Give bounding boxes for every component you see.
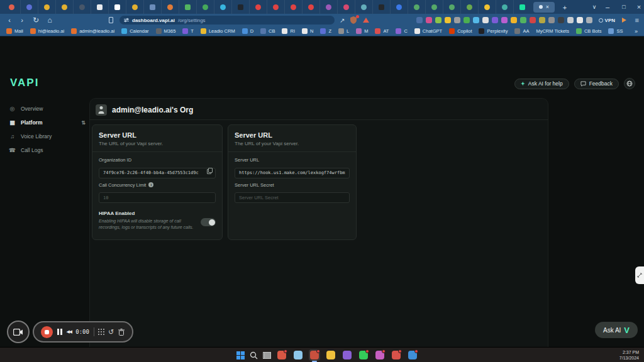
vpn-indicator[interactable]: VPN: [599, 14, 615, 26]
bookmark-page-icon[interactable]: [109, 17, 113, 23]
extension-icon[interactable]: [416, 17, 423, 23]
extension-icon[interactable]: [567, 17, 574, 23]
extension-icon[interactable]: [445, 17, 451, 23]
sidebar-item[interactable]: ♫ Voice Library: [9, 129, 86, 143]
browser-tab[interactable]: [337, 0, 355, 14]
bookmark-item[interactable]: hi@leadio.ai: [30, 28, 64, 34]
pause-button[interactable]: [57, 329, 62, 335]
extension-icon[interactable]: [464, 17, 470, 23]
language-globe-button[interactable]: [624, 78, 635, 89]
bookmark-item[interactable]: C: [396, 28, 407, 34]
browser-tab[interactable]: [20, 0, 38, 14]
browser-tab[interactable]: [284, 0, 302, 14]
bookmark-item[interactable]: L: [338, 28, 349, 34]
ask-ai-for-help-button[interactable]: Ask AI for help: [514, 79, 569, 89]
bookmark-item[interactable]: T: [182, 28, 194, 34]
extension-icon[interactable]: [577, 17, 583, 23]
browser-tab[interactable]: [196, 0, 214, 14]
trash-icon[interactable]: [118, 329, 125, 336]
active-tab[interactable]: ×: [533, 2, 555, 13]
browser-tab[interactable]: [214, 0, 231, 14]
extension-icon[interactable]: [482, 17, 489, 23]
sidebar-item[interactable]: ☎ Call Logs: [9, 143, 86, 157]
taskbar-app[interactable]: [391, 349, 402, 361]
browser-tab[interactable]: [73, 0, 91, 14]
window-close-button[interactable]: ×: [633, 0, 644, 14]
browser-tab[interactable]: [126, 0, 143, 14]
sidebar-item[interactable]: ◎ Overview: [9, 102, 86, 116]
extension-icon[interactable]: [435, 17, 441, 23]
extension-icon[interactable]: [492, 17, 498, 23]
browser-tab[interactable]: [443, 0, 460, 14]
browser-tab[interactable]: [302, 0, 319, 14]
extension-icon[interactable]: [539, 17, 545, 23]
adblock-shield-icon[interactable]: [350, 16, 358, 24]
flag-icon[interactable]: [622, 18, 626, 23]
bookmark-item[interactable]: N: [302, 28, 313, 34]
drag-handle-icon[interactable]: [101, 331, 102, 332]
bookmark-item[interactable]: Leadio CRM: [201, 28, 235, 34]
bookmark-item[interactable]: Copilot: [449, 28, 472, 34]
browser-tab[interactable]: [3, 0, 20, 14]
extension-alert-icon[interactable]: [363, 18, 369, 23]
extension-icon[interactable]: [501, 17, 508, 23]
bookmark-item[interactable]: Z: [320, 28, 331, 34]
tab-close-icon[interactable]: ×: [546, 4, 549, 10]
browser-tab[interactable]: [513, 0, 531, 14]
bookmark-item[interactable]: AT: [375, 28, 389, 34]
back-icon[interactable]: ‹: [4, 14, 15, 26]
browser-tab[interactable]: [143, 0, 161, 14]
browser-tab[interactable]: [478, 0, 496, 14]
taskbar-app[interactable]: [325, 349, 336, 361]
extension-icon[interactable]: [426, 17, 432, 23]
chevron-updown-icon[interactable]: ⇅: [81, 120, 86, 126]
stop-recording-button[interactable]: [41, 326, 53, 338]
browser-tab[interactable]: [179, 0, 196, 14]
browser-tab[interactable]: [460, 0, 478, 14]
refresh-icon[interactable]: ↻: [30, 14, 42, 26]
ask-ai-button[interactable]: Ask AI V: [595, 322, 638, 338]
forward-icon[interactable]: ›: [16, 14, 28, 26]
bookmark-item[interactable]: CB Bots: [576, 28, 602, 34]
task-view-icon[interactable]: [263, 352, 271, 359]
browser-tab[interactable]: [108, 0, 126, 14]
extension-icon[interactable]: [454, 17, 460, 23]
bookmark-item[interactable]: Perplexity: [479, 28, 508, 34]
browser-tab[interactable]: [319, 0, 337, 14]
extension-icon[interactable]: [473, 17, 479, 23]
taskbar-app[interactable]: [407, 349, 418, 361]
browser-tab[interactable]: [91, 0, 108, 14]
start-button[interactable]: [236, 351, 245, 359]
system-clock[interactable]: 2:37 PM 7/13/2024: [619, 349, 639, 361]
bookmark-item[interactable]: M365: [156, 28, 176, 34]
extension-icon[interactable]: [511, 17, 517, 23]
extension-icon[interactable]: [520, 17, 526, 23]
extension-icon[interactable]: [586, 17, 592, 23]
bookmark-item[interactable]: SS: [608, 28, 623, 34]
bookmark-item[interactable]: RI: [282, 28, 295, 34]
window-minimize-button[interactable]: –: [601, 0, 614, 14]
sidebar-item[interactable]: ▦ Platform ⇅: [9, 116, 86, 129]
feedback-button[interactable]: Feedback: [574, 79, 619, 89]
bookmark-item[interactable]: MyCRM Tickets: [536, 28, 569, 34]
bookmark-item[interactable]: CB: [260, 28, 275, 34]
hipaa-toggle[interactable]: [201, 218, 216, 226]
bookmarks-overflow-icon[interactable]: »: [635, 28, 638, 35]
taskbar-app[interactable]: [309, 349, 320, 361]
bookmark-item[interactable]: AA: [514, 28, 529, 34]
recorder-camera-button[interactable]: [7, 321, 30, 343]
taskbar-app[interactable]: [341, 349, 353, 361]
browser-tab[interactable]: [408, 0, 425, 14]
concurrency-input[interactable]: [99, 192, 216, 203]
browser-tab[interactable]: [161, 0, 179, 14]
extension-icon[interactable]: [558, 17, 564, 23]
browser-tab[interactable]: [38, 0, 55, 14]
bookmark-item[interactable]: Calendar: [121, 28, 148, 34]
taskbar-app[interactable]: [276, 349, 287, 361]
window-maximize-button[interactable]: □: [618, 0, 630, 14]
server-url-secret-input[interactable]: [235, 192, 350, 203]
bookmark-item[interactable]: admin@leadio.ai: [71, 28, 114, 34]
bookmark-item[interactable]: Mail: [6, 28, 23, 34]
browser-tab[interactable]: [372, 0, 390, 14]
site-settings-icon[interactable]: [124, 18, 129, 23]
